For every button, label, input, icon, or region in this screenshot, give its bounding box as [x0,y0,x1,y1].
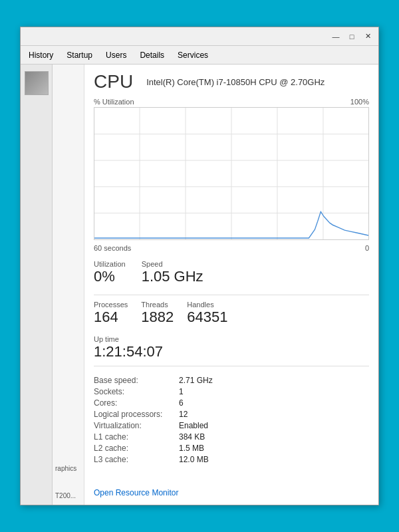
utilization-group: Utilization 0% [94,260,126,285]
info-col-left: Base speed: 2.71 GHz Sockets: 1 Cores: 6… [94,376,213,464]
cores-row: Cores: 6 [94,398,213,408]
cpu-model: Intel(R) Core(TM) i7-10850H CPU @ 2.70GH… [146,77,325,87]
close-button[interactable]: ✕ [362,31,373,42]
base-speed-key: Base speed: [94,376,174,385]
base-speed-val: 2.71 GHz [179,376,213,385]
virtualization-key: Virtualization: [94,421,174,430]
divider-1 [94,295,369,295]
l2-cache-key: L2 cache: [94,444,174,453]
handles-group: Handles 64351 [187,301,227,326]
threads-value: 1882 [141,309,174,326]
footer: Open Resource Monitor [94,475,369,498]
l1-cache-row: L1 cache: 384 KB [94,432,213,442]
cpu-title: CPU [94,71,133,92]
menu-bar: History Startup Users Details Services [21,46,378,65]
processes-label: Processes [94,301,128,309]
sockets-val: 1 [179,387,184,396]
cores-key: Cores: [94,398,174,408]
speed-label: Speed [142,260,203,268]
utilization-value: 0% [94,268,126,285]
main-panel: CPU Intel(R) Core(TM) i7-10850H CPU @ 2.… [84,65,378,505]
l3-cache-key: L3 cache: [94,455,174,464]
virtualization-val: Enabled [179,421,208,430]
virtualization-row: Virtualization: Enabled [94,421,213,430]
l1-cache-val: 384 KB [179,432,205,442]
l3-cache-val: 12.0 MB [179,455,209,464]
t200-label: T200... [55,492,81,499]
logical-proc-key: Logical processors: [94,410,174,419]
menu-services[interactable]: Services [175,49,211,61]
l2-cache-row: L2 cache: 1.5 MB [94,444,213,453]
sidebar [21,65,53,505]
chart-svg [94,108,368,239]
menu-details[interactable]: Details [137,49,167,61]
processes-row: Processes 164 Threads 1882 Handles 64351 [94,301,369,326]
x-axis-min: 0 [365,244,369,252]
processes-value: 164 [94,309,128,326]
chart-label-bottom: 60 seconds 0 [94,244,369,252]
resource-monitor-link[interactable]: Open Resource Monitor [94,488,178,497]
logical-proc-row: Logical processors: 12 [94,410,213,419]
speed-group: Speed 1.05 GHz [142,260,203,285]
uptime-section: Up time 1:21:54:07 [94,335,369,360]
title-bar: — □ ✕ [21,27,378,46]
utilization-label: Utilization [94,260,126,268]
cpu-header: CPU Intel(R) Core(TM) i7-10850H CPU @ 2.… [94,71,369,92]
menu-users[interactable]: Users [103,49,129,61]
uptime-label: Up time [94,335,369,343]
l2-cache-val: 1.5 MB [179,444,204,453]
y-axis-max: 100% [350,98,369,106]
menu-startup[interactable]: Startup [64,49,95,61]
minimize-button[interactable]: — [331,31,341,42]
cpu-chart [94,107,369,240]
stats-row-1: Utilization 0% Speed 1.05 GHz [94,260,369,285]
l1-cache-key: L1 cache: [94,432,174,442]
x-axis-label: 60 seconds [94,244,131,252]
threads-group: Threads 1882 [141,301,174,326]
left-panel: raphics T200... [53,65,84,505]
uptime-value: 1:21:54:07 [94,343,369,360]
maximize-button[interactable]: □ [346,31,357,42]
divider-2 [94,366,369,366]
speed-value: 1.05 GHz [142,268,203,285]
sidebar-thumbnail [25,71,49,95]
window-controls: — □ ✕ [331,31,373,42]
task-manager-window: — □ ✕ History Startup Users Details Serv… [20,27,379,505]
sockets-row: Sockets: 1 [94,387,213,396]
base-speed-row: Base speed: 2.71 GHz [94,376,213,385]
graphics-label: raphics [55,465,81,472]
handles-value: 64351 [187,309,227,326]
logical-proc-val: 12 [179,410,188,419]
info-section: Base speed: 2.71 GHz Sockets: 1 Cores: 6… [94,376,369,464]
handles-label: Handles [187,301,227,309]
content-area: raphics T200... CPU Intel(R) Core(TM) i7… [21,65,378,505]
cores-val: 6 [179,398,184,408]
threads-label: Threads [141,301,174,309]
menu-history[interactable]: History [26,49,56,61]
l3-cache-row: L3 cache: 12.0 MB [94,455,213,464]
chart-label-top: % Utilization 100% [94,98,369,106]
y-axis-label: % Utilization [94,98,134,106]
sockets-key: Sockets: [94,387,174,396]
processes-group: Processes 164 [94,301,128,326]
